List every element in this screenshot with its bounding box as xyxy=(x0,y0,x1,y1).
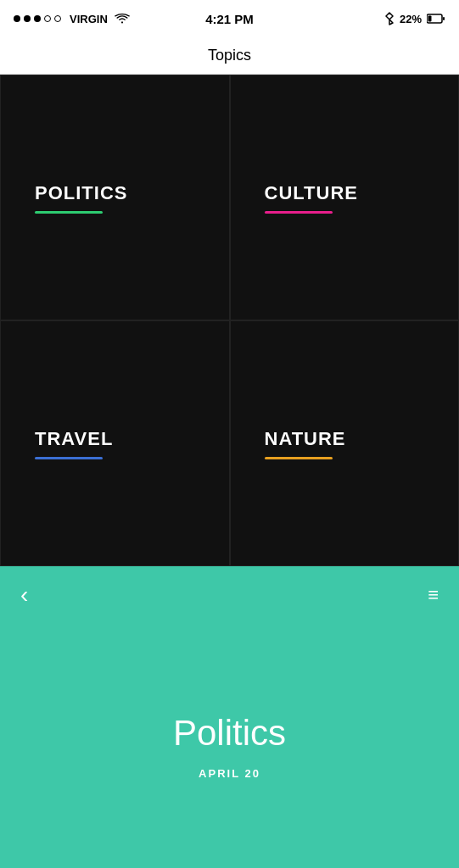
svg-point-0 xyxy=(121,21,123,23)
back-button[interactable]: ‹ xyxy=(20,583,28,607)
topics-grid: POLITICS CULTURE TRAVEL NATURE xyxy=(0,75,459,566)
topic-underline-nature xyxy=(265,457,333,459)
topic-underline-culture xyxy=(265,211,333,214)
svg-rect-2 xyxy=(428,16,432,22)
topic-cell-nature[interactable]: NATURE xyxy=(230,320,460,566)
topic-cell-politics[interactable]: POLITICS xyxy=(0,75,230,320)
signal-dot-1 xyxy=(14,15,20,22)
signal-dots xyxy=(14,15,61,22)
topic-underline-politics xyxy=(35,211,103,214)
wifi-icon xyxy=(115,13,130,25)
status-bar-right: 22% xyxy=(384,12,445,25)
carrier-name: VIRGIN xyxy=(70,13,108,25)
svg-rect-3 xyxy=(443,17,445,20)
signal-dot-4 xyxy=(44,15,51,22)
signal-dot-3 xyxy=(34,15,41,22)
topic-label-travel: TRAVEL xyxy=(35,428,113,450)
page-title: Topics xyxy=(208,47,251,64)
topic-cell-travel[interactable]: TRAVEL xyxy=(0,320,230,566)
status-bar: VIRGIN 4:21 PM 22% xyxy=(0,0,459,37)
signal-dot-2 xyxy=(24,15,31,22)
topic-label-culture: CULTURE xyxy=(265,182,358,204)
topic-cell-culture[interactable]: CULTURE xyxy=(230,75,460,320)
article-title: Politics xyxy=(173,713,286,754)
bottom-content: Politics APRIL 20 xyxy=(0,615,459,868)
battery-percentage: 22% xyxy=(400,13,422,25)
battery-icon xyxy=(427,14,445,24)
signal-dot-5 xyxy=(54,15,61,22)
nav-bar: Topics xyxy=(0,37,459,75)
bluetooth-icon xyxy=(384,12,395,25)
bottom-panel: ‹ ≡ Politics APRIL 20 xyxy=(0,566,459,868)
bottom-nav-bar: ‹ ≡ xyxy=(0,566,459,615)
menu-button[interactable]: ≡ xyxy=(428,584,439,606)
topic-underline-travel xyxy=(35,457,103,459)
article-date: APRIL 20 xyxy=(199,767,260,780)
topic-label-politics: POLITICS xyxy=(35,182,127,204)
status-time: 4:21 PM xyxy=(205,12,254,26)
status-bar-left: VIRGIN xyxy=(14,13,130,25)
topic-label-nature: NATURE xyxy=(265,428,346,450)
